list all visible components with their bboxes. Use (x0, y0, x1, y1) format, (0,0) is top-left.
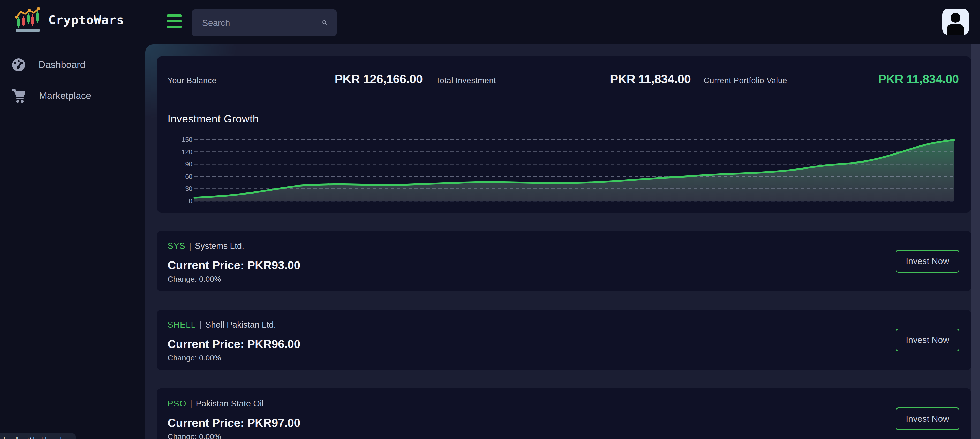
ticker-separator: | (190, 399, 192, 408)
stat-value: PKR 11,834.00 (878, 72, 959, 86)
svg-text:30: 30 (185, 185, 192, 192)
hamburger-menu-icon[interactable] (167, 14, 182, 28)
svg-text:120: 120 (181, 148, 192, 155)
brand-title: CryptoWars (48, 13, 124, 27)
price-change: Change: 0.00% (167, 275, 959, 284)
ticker-row: SYS|Systems Ltd. (167, 241, 959, 251)
stat-label: Total Investment (436, 76, 496, 85)
ticker-symbol: PSO (167, 399, 186, 408)
link-preview-tooltip: localhost/dashboard (0, 433, 75, 439)
sidebar-item-marketplace[interactable]: Marketplace (0, 85, 145, 106)
portfolio-panel: Your Balance PKR 126,166.00 Total Invest… (157, 56, 971, 212)
stat-value: PKR 11,834.00 (610, 72, 690, 86)
stat-label: Current Portfolio Value (703, 76, 787, 85)
search-input[interactable] (192, 18, 322, 28)
search-bar (192, 9, 337, 36)
stock-card-shell: SHELL|Shell Pakistan Ltd. Current Price:… (157, 309, 971, 370)
stats-row: Your Balance PKR 126,166.00 Total Invest… (167, 56, 959, 86)
svg-text:60: 60 (185, 173, 192, 180)
vertical-scrollbar[interactable] (972, 44, 980, 439)
company-name: Pakistan State Oil (196, 399, 264, 408)
sidebar-item-dashboard[interactable]: Dashboard (0, 54, 145, 76)
gauge-icon (12, 58, 25, 72)
stat-portfolio-value: Current Portfolio Value PKR 11,834.00 (703, 72, 959, 86)
ticker-separator: | (200, 320, 202, 330)
company-name: Systems Ltd. (195, 241, 244, 250)
cart-icon (12, 89, 26, 103)
sidebar-item-label: Dashboard (38, 59, 85, 70)
ticker-row: PSO|Pakistan State Oil (167, 399, 959, 409)
chart-title: Investment Growth (167, 113, 959, 125)
ticker-separator: | (189, 241, 191, 250)
current-price: Current Price: PKR93.00 (167, 258, 959, 272)
current-price: Current Price: PKR96.00 (167, 338, 959, 351)
growth-chart: 0306090120150 (167, 129, 959, 207)
ticker-symbol: SYS (167, 241, 185, 250)
brand-logo: CryptoWars (14, 7, 124, 33)
price-change: Change: 0.00% (167, 432, 959, 439)
stat-total-investment: Total Investment PKR 11,834.00 (436, 72, 691, 86)
sidebar: Dashboard Marketplace (0, 44, 145, 439)
stock-card-pso: PSO|Pakistan State Oil Current Price: PK… (157, 388, 971, 439)
svg-text:0: 0 (189, 197, 192, 204)
stat-value: PKR 126,166.00 (335, 72, 423, 86)
svg-text:150: 150 (181, 136, 192, 143)
topbar: CryptoWars (0, 0, 980, 44)
growth-chart-svg: 0306090120150 (167, 129, 960, 206)
stat-your-balance: Your Balance PKR 126,166.00 (167, 72, 423, 86)
ticker-symbol: SHELL (167, 320, 196, 330)
candlestick-logo-icon (14, 7, 41, 33)
svg-text:90: 90 (185, 160, 192, 168)
user-avatar[interactable] (942, 8, 969, 35)
company-name: Shell Pakistan Ltd. (205, 320, 276, 330)
invest-now-button[interactable]: Invest Now (896, 250, 959, 273)
invest-now-button[interactable]: Invest Now (896, 329, 959, 352)
main-content: Your Balance PKR 126,166.00 Total Invest… (145, 44, 980, 439)
ticker-row: SHELL|Shell Pakistan Ltd. (167, 320, 959, 330)
stock-card-sys: SYS|Systems Ltd. Current Price: PKR93.00… (157, 231, 971, 292)
stat-label: Your Balance (167, 76, 216, 85)
price-change: Change: 0.00% (167, 353, 959, 362)
person-icon (942, 8, 969, 35)
sidebar-item-label: Marketplace (39, 90, 91, 101)
current-price: Current Price: PKR97.00 (167, 416, 959, 430)
invest-now-button[interactable]: Invest Now (896, 407, 959, 430)
search-icon[interactable] (322, 18, 327, 27)
